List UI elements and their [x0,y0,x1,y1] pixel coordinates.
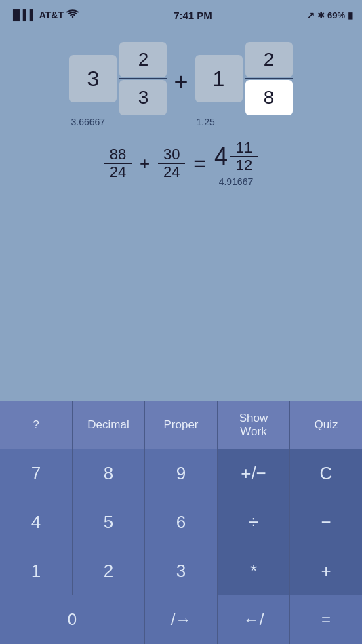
result-decimal: 4.91667 [219,176,254,187]
location-icon: ↗ [307,10,315,20]
key-slash-right[interactable]: /→ [145,595,217,644]
keyboard-area: ? Decimal Proper ShowWork Quiz 7 8 9 +/−… [0,401,362,644]
result-row: 88 24 + 30 24 = 4 11 12 4.91667 [14,140,348,187]
battery-percent: 69% [327,10,345,20]
carrier-name: AT&T [39,9,64,20]
fraction2-stack: 2 8 [245,42,293,115]
key-1[interactable]: 1 [0,546,72,595]
result-whole: 4 [214,142,228,171]
fn-row: ? Decimal Proper ShowWork Quiz [0,401,362,449]
key-plusminus[interactable]: +/− [218,449,289,498]
num-row-3: 1 2 3 * + [0,546,362,595]
fraction2-pair: 1 2 8 [195,42,293,115]
bottom-row: 0 /→ ←/ = [0,595,362,644]
key-left-slash[interactable]: ←/ [218,595,289,644]
key-5[interactable]: 5 [73,498,144,546]
fraction2-denominator[interactable]: 8 [245,80,293,115]
carrier-signal: ▐▌▌▌ AT&T [9,9,79,21]
decimal-button[interactable]: Decimal [73,401,144,449]
key-9[interactable]: 9 [145,449,217,498]
result-final-numerator: 11 [236,140,252,156]
fraction1-pair: 3 2 3 [69,42,167,115]
key-clear[interactable]: C [290,449,362,498]
key-3[interactable]: 3 [145,546,217,595]
key-plus[interactable]: + [290,546,362,595]
fraction2-line [245,78,293,79]
status-bar: ▐▌▌▌ AT&T 7:41 PM ↗ ✱ 69% ▮ [0,0,362,30]
result-fraction2: 30 24 [158,146,185,180]
fraction1-whole[interactable]: 3 [69,55,117,102]
fraction2-numerator[interactable]: 2 [245,42,293,77]
quiz-button[interactable]: Quiz [290,401,362,449]
input-fractions-row: 3 2 3 3.66667 + 1 2 8 1.25 [14,42,348,127]
key-2[interactable]: 2 [73,546,144,595]
result-mixed: 4 11 12 [214,140,258,174]
fraction2-whole[interactable]: 1 [195,55,243,102]
result-plus: + [140,153,150,174]
key-equals[interactable]: = [290,595,362,644]
key-multiply[interactable]: * [218,546,289,595]
fraction1-numerator[interactable]: 2 [119,42,167,77]
key-7[interactable]: 7 [0,449,72,498]
display-area: 3 2 3 3.66667 + 1 2 8 1.25 [0,30,362,294]
result-fraction1: 88 24 [104,146,132,180]
result-numerator1: 88 [110,146,126,163]
fraction1-line [119,78,167,79]
signal-bars: ▐▌▌▌ [9,9,37,20]
fraction2-decimal: 1.25 [195,117,215,127]
fraction1-group: 3 2 3 3.66667 [69,42,167,127]
current-time: 7:41 PM [174,9,212,21]
wifi-icon [66,9,79,21]
show-work-button[interactable]: ShowWork [218,401,289,449]
key-minus[interactable]: − [290,498,362,546]
result-numerator2: 30 [163,146,180,163]
result-fraction-final: 11 12 [230,140,258,174]
fraction1-stack: 2 3 [119,42,167,115]
fraction1-decimal: 3.66667 [69,117,105,127]
battery-icon: ▮ [348,10,353,20]
num-row-1: 7 8 9 +/− C [0,449,362,498]
key-8[interactable]: 8 [73,449,144,498]
question-button[interactable]: ? [0,401,72,449]
fraction1-denominator[interactable]: 3 [119,80,167,115]
key-4[interactable]: 4 [0,498,72,546]
num-row-2: 4 5 6 ÷ − [0,498,362,546]
status-right: ↗ ✱ 69% ▮ [307,10,353,20]
key-0[interactable]: 0 [0,595,144,644]
bluetooth-icon: ✱ [317,10,325,20]
result-denominator2: 24 [163,164,180,180]
key-divide[interactable]: ÷ [218,498,289,546]
fraction2-group: 1 2 8 1.25 [195,42,293,127]
result-equals: = [193,151,206,176]
proper-button[interactable]: Proper [145,401,217,449]
result-mixed-group: 4 11 12 4.91667 [214,140,258,187]
operator-plus: + [174,68,188,102]
key-6[interactable]: 6 [145,498,217,546]
result-final-denominator: 12 [236,157,252,174]
result-denominator1: 24 [110,164,126,180]
